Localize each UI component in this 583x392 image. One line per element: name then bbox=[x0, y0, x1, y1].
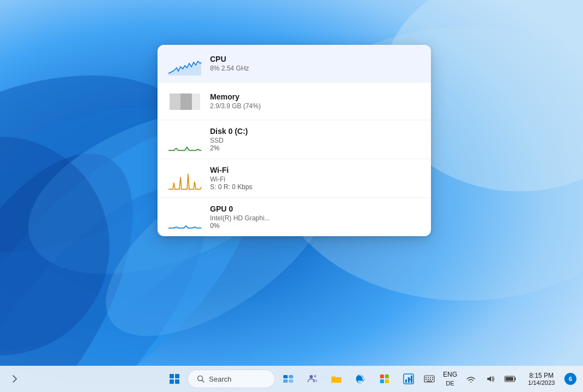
search-label: Search bbox=[209, 375, 231, 383]
clock[interactable]: 8:15 PM 1/14/2023 bbox=[522, 371, 561, 387]
edge-icon bbox=[354, 373, 366, 385]
svg-rect-29 bbox=[385, 379, 389, 383]
memory-chart bbox=[168, 89, 201, 113]
disk-title: Disk 0 (C:) bbox=[210, 127, 420, 136]
search-bar[interactable]: Search bbox=[188, 370, 275, 388]
svg-rect-38 bbox=[432, 377, 433, 378]
gpu-info: GPU 0 Intel(R) HD Graphi... 0% bbox=[210, 204, 420, 230]
svg-rect-21 bbox=[289, 375, 293, 378]
store-button[interactable] bbox=[374, 368, 395, 390]
gpu-subtitle: Intel(R) HD Graphi... bbox=[210, 214, 420, 222]
wifi-title: Wi-Fi bbox=[210, 166, 420, 174]
gpu-chart bbox=[168, 205, 201, 229]
language-indicator[interactable]: ENG DE bbox=[441, 370, 459, 388]
svg-rect-26 bbox=[380, 375, 384, 378]
svg-rect-28 bbox=[380, 379, 384, 383]
svg-rect-43 bbox=[427, 381, 432, 382]
memory-info: Memory 2.9/3.9 GB (74%) bbox=[210, 92, 420, 110]
disk-value: 2% bbox=[210, 144, 420, 152]
wifi-value: S: 0 R: 0 Kbps bbox=[210, 183, 420, 191]
perf-item-memory[interactable]: Memory 2.9/3.9 GB (74%) bbox=[158, 83, 431, 120]
perf-item-cpu[interactable]: CPU 8% 2.54 GHz bbox=[158, 45, 431, 83]
svg-rect-27 bbox=[385, 375, 389, 378]
svg-rect-14 bbox=[170, 93, 180, 110]
svg-rect-32 bbox=[408, 377, 410, 383]
disk-info: Disk 0 (C:) SSD 2% bbox=[210, 127, 420, 152]
gpu-title: GPU 0 bbox=[210, 204, 420, 213]
language-locale: DE bbox=[446, 379, 454, 387]
volume-icon[interactable] bbox=[482, 369, 499, 389]
notification-badge[interactable]: 6 bbox=[564, 373, 576, 385]
svg-rect-37 bbox=[430, 377, 431, 378]
cpu-chart bbox=[168, 51, 201, 75]
taskbar-right: ENG DE bbox=[401, 369, 576, 389]
svg-rect-20 bbox=[283, 375, 288, 378]
svg-rect-31 bbox=[405, 379, 407, 383]
memory-title: Memory bbox=[210, 92, 420, 101]
gpu-value: 0% bbox=[210, 222, 420, 230]
clock-date: 1/14/2023 bbox=[528, 379, 555, 386]
clock-time: 8:15 PM bbox=[529, 372, 554, 379]
wifi-info: Wi-Fi Wi-Fi S: 0 R: 0 Kbps bbox=[210, 166, 420, 191]
cpu-info: CPU 8% 2.54 GHz bbox=[210, 55, 420, 72]
teams-button[interactable] bbox=[301, 368, 323, 390]
overflow-icon[interactable] bbox=[7, 369, 23, 389]
memory-subtitle: 2.9/3.9 GB (74%) bbox=[210, 102, 420, 110]
svg-line-19 bbox=[202, 381, 205, 383]
svg-point-24 bbox=[310, 375, 313, 378]
task-view-icon bbox=[282, 373, 294, 385]
cpu-title: CPU bbox=[210, 55, 420, 63]
file-explorer-icon bbox=[330, 373, 342, 385]
cpu-subtitle: 8% 2.54 GHz bbox=[210, 65, 420, 72]
svg-rect-42 bbox=[432, 379, 433, 380]
notification-count: 6 bbox=[569, 376, 572, 382]
svg-rect-46 bbox=[515, 378, 516, 381]
keyboard-icon[interactable] bbox=[421, 369, 438, 389]
edge-button[interactable] bbox=[349, 368, 371, 390]
svg-rect-35 bbox=[425, 377, 427, 378]
task-view-button[interactable] bbox=[277, 368, 299, 390]
store-icon bbox=[378, 373, 390, 385]
taskbar: Search bbox=[0, 366, 583, 392]
file-explorer-button[interactable] bbox=[325, 368, 347, 390]
language-code: ENG bbox=[443, 371, 457, 379]
task-manager-button[interactable] bbox=[398, 368, 419, 390]
svg-rect-40 bbox=[428, 379, 429, 380]
svg-marker-16 bbox=[168, 174, 201, 190]
wifi-chart bbox=[168, 166, 201, 190]
svg-marker-15 bbox=[168, 147, 201, 151]
performance-popup: CPU 8% 2.54 GHz Memory 2.9/3.9 GB (74%) … bbox=[158, 45, 431, 236]
perf-item-disk[interactable]: Disk 0 (C:) SSD 2% bbox=[158, 120, 431, 159]
perf-item-wifi[interactable]: Wi-Fi Wi-Fi S: 0 R: 0 Kbps bbox=[158, 159, 431, 198]
svg-rect-36 bbox=[428, 377, 429, 378]
teams-icon bbox=[306, 373, 318, 385]
perf-item-gpu[interactable]: GPU 0 Intel(R) HD Graphi... 0% bbox=[158, 198, 431, 236]
svg-rect-39 bbox=[425, 379, 427, 380]
svg-rect-23 bbox=[289, 379, 293, 383]
svg-rect-41 bbox=[430, 379, 431, 380]
taskbar-center: Search bbox=[164, 368, 419, 390]
battery-icon[interactable] bbox=[502, 369, 518, 389]
start-button[interactable] bbox=[164, 368, 185, 390]
disk-subtitle-line1: SSD bbox=[210, 137, 420, 144]
task-manager-icon bbox=[403, 373, 415, 385]
svg-rect-45 bbox=[506, 377, 514, 381]
svg-point-25 bbox=[314, 375, 316, 377]
wifi-subtitle: Wi-Fi bbox=[210, 175, 420, 183]
disk-chart bbox=[168, 127, 201, 151]
wifi-systray-icon[interactable] bbox=[463, 369, 479, 389]
search-icon bbox=[197, 375, 205, 383]
svg-rect-22 bbox=[283, 379, 288, 383]
taskbar-left bbox=[7, 369, 23, 389]
svg-rect-33 bbox=[411, 376, 412, 383]
